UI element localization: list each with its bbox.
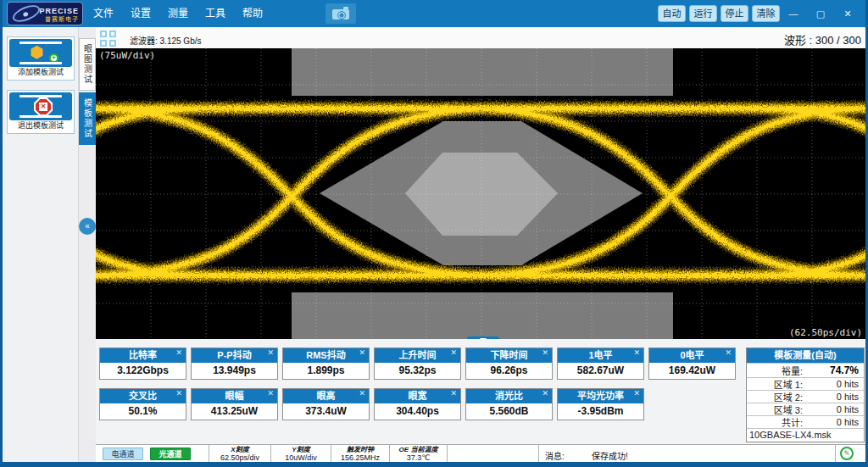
card-title: RMS抖动 [283,348,369,363]
optical-channel-button[interactable]: 光通道 [150,448,191,460]
minimize-button[interactable]: — [783,6,804,21]
waveform-counter: 波形 : 300 / 300 [784,31,861,47]
collapse-sidebar-button[interactable]: « [79,218,96,235]
card-title: 比特率 [100,348,186,363]
card-close-icon[interactable]: ✕ [267,348,274,357]
card-close-icon[interactable]: ✕ [542,389,548,398]
card-title: 眼高 [283,389,369,403]
card-one-level: 1电平 ✕ 582.67uW [557,347,644,380]
card-close-icon[interactable]: ✕ [175,389,182,398]
menu-tools[interactable]: 工具 [197,0,234,27]
card-bit-rate: 比特率 ✕ 3.122Gbps [99,347,186,380]
card-title: 眼宽 [375,389,460,403]
card-value: 96.26ps [466,363,552,379]
card-value: 169.42uW [649,363,735,379]
eye-diagram-svg [96,48,865,339]
stat-trigger-clock: 触发时钟 156.25MHz [331,446,389,462]
card-title: 1电平 [558,348,643,363]
message-label: 消息: [545,449,565,462]
card-crossing: 交叉比 ✕ 50.1% [99,388,186,420]
run-button[interactable]: 运行 [689,5,717,22]
card-close-icon[interactable]: ✕ [267,389,274,398]
template-panel-title: 模板测量(自动) [747,348,864,363]
left-sidebar: ⬢ → + 添加模板测试 ✕ 退出模板测试 [3,27,79,462]
card-extinction-ratio: 消光比 ✕ 5.560dB [465,388,553,420]
card-close-icon[interactable]: ✕ [450,389,457,398]
menu-help[interactable]: 帮助 [234,0,271,27]
card-value: 95.32ps [375,363,460,379]
card-value: 3.122Gbps [100,363,186,379]
main-content: 滤波器: 3.125 Gb/s 波形 : 300 / 300 [96,28,865,462]
status-message: 保存成功! [592,449,628,462]
y-scale-label: (75uW/div) [99,50,155,61]
galaxy-logo-icon [10,2,42,25]
brand-logo: PRECISE 普赛斯电子 [7,2,83,25]
status-bar: 电通道 光通道 X刻度 62.50ps/div Y刻度 10uW/div 触发时… [96,444,865,462]
tab-column: 眼图测试 模板测试 « [79,27,96,462]
card-rise-time: 上升时间 ✕ 95.32ps [374,347,461,380]
card-eye-height: 眼高 ✕ 373.4uW [282,388,370,420]
stop-octagon-icon: ✕ [34,97,53,116]
card-title: 0电平 [649,348,735,363]
stat-y-scale: Y刻度 10uW/div [271,446,331,462]
close-button[interactable]: ✕ [837,6,858,21]
card-close-icon[interactable]: ✕ [359,348,365,357]
title-bar: PRECISE 普赛斯电子 文件 设置 测量 工具 帮助 自动 运行 停止 清除… [0,0,868,27]
brand-subtitle: 普赛斯电子 [39,15,79,24]
card-value: -3.95dBm [558,403,643,420]
stat-x-scale: X刻度 62.50ps/div [209,446,270,462]
card-close-icon[interactable]: ✕ [542,348,548,357]
card-eye-amplitude: 眼幅 ✕ 413.25uW [191,388,278,420]
card-close-icon[interactable]: ✕ [725,348,732,357]
clear-button[interactable]: 清除 [752,5,780,22]
card-fall-time: 下降时间 ✕ 96.26ps [465,347,553,380]
add-template-test-button[interactable]: ⬢ → + 添加模板测试 [7,36,75,81]
exit-template-test-button[interactable]: ✕ 退出模板测试 [7,90,75,134]
card-value: 304.40ps [375,403,460,420]
plot-top-strip: 滤波器: 3.125 Gb/s 波形 : 300 / 300 [96,28,865,48]
card-avg-optical-power: 平均光功率 ✕ -3.95dBm [557,388,644,420]
template-measure-panel: 模板测量(自动) 裕量: 74.7% 区域 1: 0 hits 区域 2: 0 … [746,347,865,442]
card-eye-width: 眼宽 ✕ 304.40ps [374,388,461,420]
eye-diagram-plot: (75uW/div) (62.50ps/div) [96,48,865,339]
electrical-channel-button[interactable]: 电通道 [103,448,143,460]
card-close-icon[interactable]: ✕ [359,389,365,398]
layout-grid-icon[interactable] [100,31,116,47]
card-close-icon[interactable]: ✕ [450,348,457,357]
template-row-region2: 区域 2: 0 hits [747,390,864,403]
card-value: 50.1% [100,403,186,420]
auto-button[interactable]: 自动 [658,5,686,22]
brand-name: PRECISE [39,7,79,15]
card-close-icon[interactable]: ✕ [633,389,640,398]
card-title: P-P抖动 [192,348,277,363]
exit-template-icon: ✕ [9,92,72,120]
card-title: 上升时间 [375,348,460,363]
template-row-region1: 区域 1: 0 hits [747,377,864,390]
card-close-icon[interactable]: ✕ [175,348,182,357]
menu-file[interactable]: 文件 [85,0,122,27]
tab-eye-test[interactable]: 眼图测试 [79,38,96,91]
maximize-button[interactable]: ▢ [810,6,831,21]
tab-template-test[interactable]: 模板测试 [79,92,96,145]
card-rms-jitter: RMS抖动 ✕ 1.899ps [282,347,370,380]
mask-file-name: 10GBASE-LX4.msk [747,428,864,442]
card-pp-jitter: P-P抖动 ✕ 13.949ps [191,347,278,380]
card-title: 平均光功率 [558,389,643,403]
card-value: 582.67uW [558,363,643,379]
add-template-icon: ⬢ → + [9,39,72,67]
card-title: 下降时间 [466,348,552,363]
edit-status-icon[interactable]: ✎ [840,447,854,460]
menu-measure[interactable]: 测量 [159,0,197,27]
screenshot-button[interactable] [326,3,356,24]
filter-rate-label: 滤波器: 3.125 Gb/s [130,34,201,47]
template-row-region3: 区域 3: 0 hits [747,403,864,415]
card-close-icon[interactable]: ✕ [633,348,640,357]
x-scale-label: (62.50ps/div) [789,327,862,338]
stop-button[interactable]: 停止 [721,5,748,22]
template-row-margin: 裕量: 74.7% [747,363,864,377]
card-value: 5.560dB [466,403,552,420]
menu-settings[interactable]: 设置 [122,0,159,27]
card-title: 眼幅 [192,389,277,403]
menu-bar: 文件 设置 测量 工具 帮助 [85,0,271,27]
card-zero-level: 0电平 ✕ 169.42uW [648,347,736,380]
